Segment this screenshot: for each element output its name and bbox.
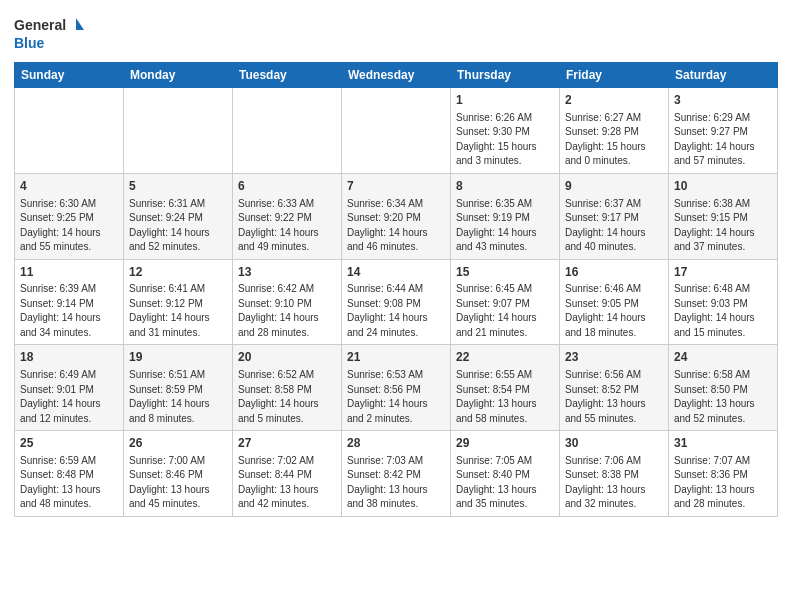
col-header-saturday: Saturday xyxy=(669,63,778,88)
day-number: 15 xyxy=(456,264,554,281)
day-cell: 7Sunrise: 6:34 AM Sunset: 9:20 PM Daylig… xyxy=(342,173,451,259)
day-cell: 20Sunrise: 6:52 AM Sunset: 8:58 PM Dayli… xyxy=(233,345,342,431)
day-number: 8 xyxy=(456,178,554,195)
day-info: Sunrise: 6:44 AM Sunset: 9:08 PM Dayligh… xyxy=(347,282,445,340)
day-cell: 21Sunrise: 6:53 AM Sunset: 8:56 PM Dayli… xyxy=(342,345,451,431)
day-number: 16 xyxy=(565,264,663,281)
day-info: Sunrise: 6:26 AM Sunset: 9:30 PM Dayligh… xyxy=(456,111,554,169)
day-cell: 3Sunrise: 6:29 AM Sunset: 9:27 PM Daylig… xyxy=(669,88,778,174)
day-number: 22 xyxy=(456,349,554,366)
day-info: Sunrise: 6:34 AM Sunset: 9:20 PM Dayligh… xyxy=(347,197,445,255)
day-number: 12 xyxy=(129,264,227,281)
col-header-tuesday: Tuesday xyxy=(233,63,342,88)
day-info: Sunrise: 7:05 AM Sunset: 8:40 PM Dayligh… xyxy=(456,454,554,512)
day-cell: 6Sunrise: 6:33 AM Sunset: 9:22 PM Daylig… xyxy=(233,173,342,259)
day-cell: 29Sunrise: 7:05 AM Sunset: 8:40 PM Dayli… xyxy=(451,431,560,517)
day-cell: 24Sunrise: 6:58 AM Sunset: 8:50 PM Dayli… xyxy=(669,345,778,431)
day-cell: 9Sunrise: 6:37 AM Sunset: 9:17 PM Daylig… xyxy=(560,173,669,259)
day-cell: 28Sunrise: 7:03 AM Sunset: 8:42 PM Dayli… xyxy=(342,431,451,517)
day-cell: 2Sunrise: 6:27 AM Sunset: 9:28 PM Daylig… xyxy=(560,88,669,174)
day-info: Sunrise: 6:38 AM Sunset: 9:15 PM Dayligh… xyxy=(674,197,772,255)
week-row-3: 11Sunrise: 6:39 AM Sunset: 9:14 PM Dayli… xyxy=(15,259,778,345)
day-cell: 10Sunrise: 6:38 AM Sunset: 9:15 PM Dayli… xyxy=(669,173,778,259)
day-info: Sunrise: 6:48 AM Sunset: 9:03 PM Dayligh… xyxy=(674,282,772,340)
day-number: 29 xyxy=(456,435,554,452)
day-number: 19 xyxy=(129,349,227,366)
day-info: Sunrise: 6:29 AM Sunset: 9:27 PM Dayligh… xyxy=(674,111,772,169)
day-cell: 15Sunrise: 6:45 AM Sunset: 9:07 PM Dayli… xyxy=(451,259,560,345)
day-number: 27 xyxy=(238,435,336,452)
day-info: Sunrise: 6:52 AM Sunset: 8:58 PM Dayligh… xyxy=(238,368,336,426)
day-number: 7 xyxy=(347,178,445,195)
day-cell: 4Sunrise: 6:30 AM Sunset: 9:25 PM Daylig… xyxy=(15,173,124,259)
day-number: 4 xyxy=(20,178,118,195)
calendar-table: SundayMondayTuesdayWednesdayThursdayFrid… xyxy=(14,62,778,517)
day-info: Sunrise: 6:30 AM Sunset: 9:25 PM Dayligh… xyxy=(20,197,118,255)
day-info: Sunrise: 7:02 AM Sunset: 8:44 PM Dayligh… xyxy=(238,454,336,512)
day-number: 6 xyxy=(238,178,336,195)
day-number: 1 xyxy=(456,92,554,109)
day-info: Sunrise: 6:35 AM Sunset: 9:19 PM Dayligh… xyxy=(456,197,554,255)
day-cell: 11Sunrise: 6:39 AM Sunset: 9:14 PM Dayli… xyxy=(15,259,124,345)
day-number: 26 xyxy=(129,435,227,452)
day-cell: 1Sunrise: 6:26 AM Sunset: 9:30 PM Daylig… xyxy=(451,88,560,174)
col-header-wednesday: Wednesday xyxy=(342,63,451,88)
day-cell: 22Sunrise: 6:55 AM Sunset: 8:54 PM Dayli… xyxy=(451,345,560,431)
day-info: Sunrise: 6:45 AM Sunset: 9:07 PM Dayligh… xyxy=(456,282,554,340)
day-number: 23 xyxy=(565,349,663,366)
day-info: Sunrise: 6:51 AM Sunset: 8:59 PM Dayligh… xyxy=(129,368,227,426)
logo: General Blue xyxy=(14,14,84,56)
day-info: Sunrise: 6:41 AM Sunset: 9:12 PM Dayligh… xyxy=(129,282,227,340)
day-cell: 27Sunrise: 7:02 AM Sunset: 8:44 PM Dayli… xyxy=(233,431,342,517)
day-cell: 18Sunrise: 6:49 AM Sunset: 9:01 PM Dayli… xyxy=(15,345,124,431)
day-info: Sunrise: 6:37 AM Sunset: 9:17 PM Dayligh… xyxy=(565,197,663,255)
day-info: Sunrise: 6:42 AM Sunset: 9:10 PM Dayligh… xyxy=(238,282,336,340)
day-cell xyxy=(342,88,451,174)
page-container: General Blue SundayMondayTuesdayWednesda… xyxy=(0,0,792,527)
day-number: 24 xyxy=(674,349,772,366)
day-info: Sunrise: 6:58 AM Sunset: 8:50 PM Dayligh… xyxy=(674,368,772,426)
col-header-monday: Monday xyxy=(124,63,233,88)
day-number: 18 xyxy=(20,349,118,366)
day-cell xyxy=(15,88,124,174)
day-info: Sunrise: 7:00 AM Sunset: 8:46 PM Dayligh… xyxy=(129,454,227,512)
day-number: 25 xyxy=(20,435,118,452)
day-info: Sunrise: 6:27 AM Sunset: 9:28 PM Dayligh… xyxy=(565,111,663,169)
col-header-sunday: Sunday xyxy=(15,63,124,88)
col-header-friday: Friday xyxy=(560,63,669,88)
day-number: 28 xyxy=(347,435,445,452)
day-number: 30 xyxy=(565,435,663,452)
day-cell: 14Sunrise: 6:44 AM Sunset: 9:08 PM Dayli… xyxy=(342,259,451,345)
calendar-header-row: SundayMondayTuesdayWednesdayThursdayFrid… xyxy=(15,63,778,88)
day-cell: 23Sunrise: 6:56 AM Sunset: 8:52 PM Dayli… xyxy=(560,345,669,431)
day-cell: 30Sunrise: 7:06 AM Sunset: 8:38 PM Dayli… xyxy=(560,431,669,517)
day-info: Sunrise: 6:33 AM Sunset: 9:22 PM Dayligh… xyxy=(238,197,336,255)
day-number: 10 xyxy=(674,178,772,195)
day-cell: 17Sunrise: 6:48 AM Sunset: 9:03 PM Dayli… xyxy=(669,259,778,345)
day-cell: 19Sunrise: 6:51 AM Sunset: 8:59 PM Dayli… xyxy=(124,345,233,431)
day-number: 13 xyxy=(238,264,336,281)
day-number: 21 xyxy=(347,349,445,366)
day-cell: 5Sunrise: 6:31 AM Sunset: 9:24 PM Daylig… xyxy=(124,173,233,259)
day-number: 2 xyxy=(565,92,663,109)
col-header-thursday: Thursday xyxy=(451,63,560,88)
day-cell: 12Sunrise: 6:41 AM Sunset: 9:12 PM Dayli… xyxy=(124,259,233,345)
day-number: 9 xyxy=(565,178,663,195)
day-info: Sunrise: 7:03 AM Sunset: 8:42 PM Dayligh… xyxy=(347,454,445,512)
day-number: 14 xyxy=(347,264,445,281)
svg-marker-2 xyxy=(76,18,84,30)
day-cell: 25Sunrise: 6:59 AM Sunset: 8:48 PM Dayli… xyxy=(15,431,124,517)
week-row-1: 1Sunrise: 6:26 AM Sunset: 9:30 PM Daylig… xyxy=(15,88,778,174)
day-info: Sunrise: 6:39 AM Sunset: 9:14 PM Dayligh… xyxy=(20,282,118,340)
week-row-5: 25Sunrise: 6:59 AM Sunset: 8:48 PM Dayli… xyxy=(15,431,778,517)
day-cell: 13Sunrise: 6:42 AM Sunset: 9:10 PM Dayli… xyxy=(233,259,342,345)
day-info: Sunrise: 7:06 AM Sunset: 8:38 PM Dayligh… xyxy=(565,454,663,512)
day-number: 11 xyxy=(20,264,118,281)
day-info: Sunrise: 6:49 AM Sunset: 9:01 PM Dayligh… xyxy=(20,368,118,426)
day-number: 5 xyxy=(129,178,227,195)
day-info: Sunrise: 6:55 AM Sunset: 8:54 PM Dayligh… xyxy=(456,368,554,426)
logo-svg: General Blue xyxy=(14,14,84,56)
day-cell: 8Sunrise: 6:35 AM Sunset: 9:19 PM Daylig… xyxy=(451,173,560,259)
header: General Blue xyxy=(14,10,778,56)
svg-text:General: General xyxy=(14,17,66,33)
